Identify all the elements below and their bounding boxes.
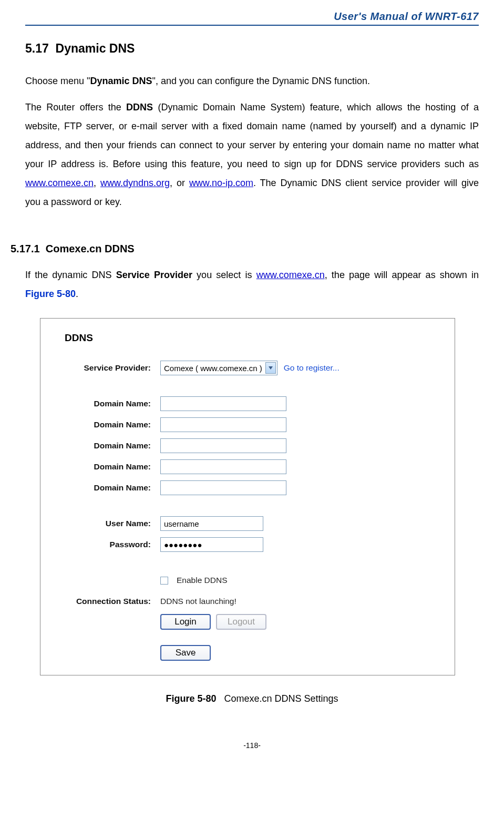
doc-header-title: User's Manual of WNRT-617 [25, 11, 479, 23]
save-button[interactable]: Save [160, 645, 211, 661]
paragraph-3: If the dynamic DNS Service Provider you … [25, 265, 479, 303]
link-comexe-2[interactable]: www.comexe.cn [256, 270, 325, 280]
subsection-number: 5.17.1 [11, 243, 40, 254]
label-domain-name: Domain Name: [46, 462, 160, 472]
username-input[interactable] [160, 516, 263, 531]
link-comexe[interactable]: www.comexe.cn [25, 178, 94, 188]
section-number: 5.17 [25, 42, 49, 55]
text: If the dynamic DNS [25, 270, 116, 280]
link-noip[interactable]: www.no-ip.com [189, 178, 253, 188]
text: ", and you can configure the Dynamic DNS… [152, 76, 371, 86]
select-value: Comexe ( www.comexe.cn ) [164, 364, 262, 373]
chevron-down-icon [265, 362, 276, 374]
login-button[interactable]: Login [160, 614, 211, 630]
text-bold: DDNS [126, 102, 153, 112]
text: The Router offers the [25, 102, 126, 112]
service-provider-select[interactable]: Comexe ( www.comexe.cn ) [160, 361, 277, 375]
figure-reference: Figure 5-80 [25, 289, 76, 299]
domain-name-input-1[interactable] [160, 396, 286, 411]
svg-marker-0 [269, 366, 273, 370]
domain-name-input-2[interactable] [160, 417, 286, 432]
label-domain-name: Domain Name: [46, 420, 160, 429]
text: Choose menu " [25, 76, 90, 86]
paragraph-2: The Router offers the DDNS (Dynamic Doma… [25, 98, 479, 211]
label-service-provider: Service Provider: [46, 363, 160, 373]
domain-name-input-5[interactable] [160, 480, 286, 495]
text: , the page will appear as shown in [325, 270, 479, 280]
figure-label: Figure 5-80 [166, 693, 216, 704]
label-domain-name: Domain Name: [46, 399, 160, 408]
header-divider [25, 25, 479, 26]
password-input[interactable] [160, 537, 263, 552]
panel-title: DDNS [65, 332, 441, 344]
domain-name-input-4[interactable] [160, 459, 286, 474]
section-heading: 5.17 Dynamic DNS [25, 42, 479, 56]
connection-status-value: DDNS not launching! [160, 597, 236, 606]
label-password: Password: [46, 540, 160, 549]
link-dyndns[interactable]: www.dyndns.org [100, 178, 170, 188]
label-connection-status: Connection Status: [46, 597, 160, 606]
label-user-name: User Name: [46, 519, 160, 528]
text-bold: Service Provider [116, 270, 192, 280]
text: you select is [192, 270, 256, 280]
subsection-heading: 5.17.1 Comexe.cn DDNS [11, 243, 479, 255]
label-domain-name: Domain Name: [46, 441, 160, 450]
subsection-title: Comexe.cn DDNS [46, 243, 135, 254]
go-to-register-link[interactable]: Go to register... [284, 363, 340, 373]
figure-screenshot: DDNS Service Provider: Comexe ( www.come… [40, 318, 455, 675]
domain-name-input-3[interactable] [160, 438, 286, 453]
text-bold: Dynamic DNS [90, 76, 152, 86]
figure-description: Comexe.cn DDNS Settings [224, 693, 338, 704]
label-domain-name: Domain Name: [46, 483, 160, 493]
text: , or [170, 178, 189, 188]
page-number: -118- [25, 741, 479, 750]
enable-ddns-checkbox[interactable] [160, 577, 168, 585]
logout-button[interactable]: Logout [216, 614, 266, 630]
paragraph-1: Choose menu "Dynamic DNS", and you can c… [25, 71, 479, 90]
section-title: Dynamic DNS [56, 42, 135, 55]
figure-caption: Figure 5-80 Comexe.cn DDNS Settings [25, 693, 479, 704]
enable-ddns-label: Enable DDNS [177, 576, 228, 585]
text: . [76, 289, 78, 299]
text: , [94, 178, 100, 188]
